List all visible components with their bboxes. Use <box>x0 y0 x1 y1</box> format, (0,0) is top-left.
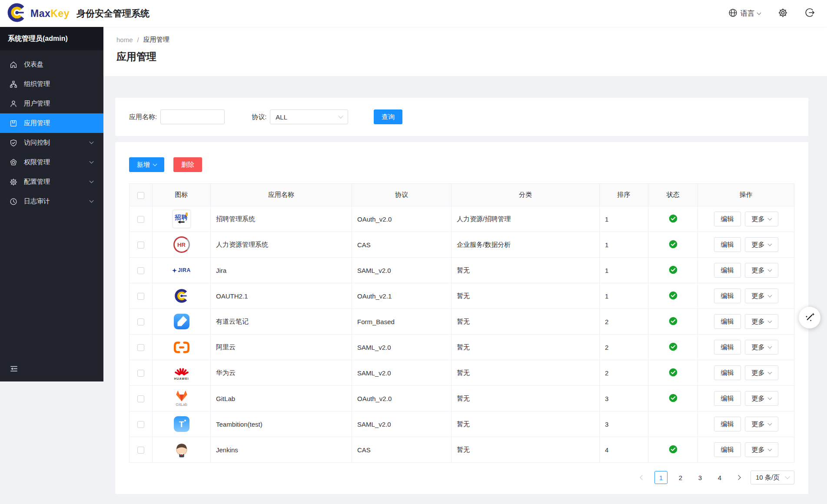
add-button[interactable]: 新增 <box>129 157 164 172</box>
protocol-select[interactable]: ALL <box>270 109 348 124</box>
row-checkbox[interactable] <box>137 447 144 454</box>
edit-button[interactable]: 编辑 <box>714 263 741 278</box>
app-name-cell: 华为云 <box>211 360 352 386</box>
table-row: 招聘招聘管理系统OAuth_v2.0人力资源/招聘管理1编辑更多 <box>130 206 794 232</box>
col-actions: 操作 <box>698 184 794 206</box>
maxkey-logo-icon <box>7 3 27 24</box>
table-row: OAUTH2.1OAuth_v2.1暂无1编辑更多 <box>130 283 794 309</box>
edit-button[interactable]: 编辑 <box>714 417 741 431</box>
select-all-checkbox[interactable] <box>137 192 144 199</box>
edit-button[interactable]: 编辑 <box>714 288 741 303</box>
more-button[interactable]: 更多 <box>745 314 778 329</box>
main-panel: home / 应用管理 应用管理 应用名称: 协议: ALL <box>103 27 827 504</box>
row-checkbox[interactable] <box>137 318 144 325</box>
sidebar-collapse-button[interactable] <box>0 358 103 381</box>
sidebar-item-access-control[interactable]: 访问控制 <box>0 133 103 153</box>
row-checkbox[interactable] <box>137 267 144 274</box>
chevron-down-icon <box>90 159 94 164</box>
app-name-input[interactable] <box>160 109 225 124</box>
edit-button[interactable]: 编辑 <box>714 442 741 457</box>
theme-wand-button[interactable] <box>799 307 820 328</box>
category-cell: 暂无 <box>452 335 600 360</box>
table-row: JIRAJiraSAML_v2.0暂无1编辑更多 <box>130 258 794 283</box>
row-checkbox[interactable] <box>137 293 144 300</box>
edit-button[interactable]: 编辑 <box>714 391 741 406</box>
edit-button[interactable]: 编辑 <box>714 314 741 329</box>
row-checkbox[interactable] <box>137 216 144 223</box>
row-checkbox[interactable] <box>137 370 144 377</box>
more-button[interactable]: 更多 <box>745 212 778 226</box>
category-cell: 暂无 <box>452 411 600 437</box>
status-cell <box>648 258 698 283</box>
sidebar-item-organizations[interactable]: 组织管理 <box>0 74 103 94</box>
protocol-select-value: ALL <box>276 113 287 121</box>
pagination-page-3[interactable]: 3 <box>694 471 707 484</box>
category-cell: 暂无 <box>452 360 600 386</box>
org-icon <box>10 80 17 88</box>
search-button[interactable]: 查询 <box>374 109 402 124</box>
sidebar-item-config[interactable]: 配置管理 <box>0 172 103 192</box>
sidebar-item-dashboard[interactable]: 仪表盘 <box>0 55 103 74</box>
logout-button[interactable] <box>805 8 815 19</box>
chevron-down-icon <box>767 267 772 272</box>
dashboard-icon <box>10 61 17 69</box>
pagination-page-2[interactable]: 2 <box>674 471 687 484</box>
status-cell <box>648 335 698 360</box>
sidebar-item-permissions[interactable]: 权限管理 <box>0 153 103 172</box>
sort-cell: 1 <box>600 232 648 258</box>
more-button[interactable]: 更多 <box>745 237 778 252</box>
more-button[interactable]: 更多 <box>745 288 778 303</box>
pagination-page-4[interactable]: 4 <box>713 471 726 484</box>
col-status: 状态 <box>648 184 698 206</box>
sidebar-user: 系统管理员(admin) <box>0 27 103 50</box>
edit-button[interactable]: 编辑 <box>714 340 741 355</box>
col-app-name: 应用名称 <box>211 184 352 206</box>
topbar-actions: 语言 <box>728 8 815 20</box>
protocol-cell: OAuth_v2.0 <box>352 386 452 411</box>
more-button[interactable]: 更多 <box>745 263 778 278</box>
row-checkbox[interactable] <box>137 242 144 249</box>
more-button[interactable]: 更多 <box>745 391 778 406</box>
sidebar-item-apps[interactable]: 应用管理 <box>0 113 103 133</box>
more-button[interactable]: 更多 <box>745 417 778 431</box>
table-row: 阿里云SAML_v2.0暂无2编辑更多 <box>130 335 794 360</box>
row-checkbox[interactable] <box>137 395 144 402</box>
pagination-page-1[interactable]: 1 <box>654 471 668 484</box>
chevron-down-icon <box>767 216 772 220</box>
row-checkbox[interactable] <box>137 344 144 351</box>
edit-button[interactable]: 编辑 <box>714 237 741 252</box>
table-row: JenkinsCAS暂无4编辑更多 <box>130 437 794 463</box>
more-button[interactable]: 更多 <box>745 442 778 457</box>
category-cell: 暂无 <box>452 386 600 411</box>
shield-icon <box>10 139 17 147</box>
sidebar-item-users[interactable]: 用户管理 <box>0 94 103 113</box>
app-name-cell: GitLab <box>211 386 352 411</box>
breadcrumb-home[interactable]: home <box>116 36 133 43</box>
row-checkbox[interactable] <box>137 421 144 428</box>
status-enabled-icon <box>669 345 678 352</box>
pagination-next-button[interactable] <box>733 472 744 483</box>
main-layout: 系统管理员(admin) 仪表盘组织管理用户管理应用管理访问控制权限管理配置管理… <box>0 27 827 504</box>
app-name-cell: 有道云笔记 <box>211 309 352 335</box>
page-size-select[interactable]: 10 条/页 <box>751 471 794 484</box>
huawei-app-icon: HUAWEI <box>153 365 210 380</box>
language-label: 语言 <box>741 9 754 18</box>
status-enabled-icon <box>669 217 678 224</box>
status-enabled-icon <box>669 448 678 455</box>
status-enabled-icon <box>669 371 678 378</box>
more-button[interactable]: 更多 <box>745 365 778 380</box>
settings-button[interactable] <box>778 8 788 20</box>
sidebar-menu: 仪表盘组织管理用户管理应用管理访问控制权限管理配置管理日志审计 <box>0 50 103 358</box>
edit-button[interactable]: 编辑 <box>714 365 741 380</box>
edit-button[interactable]: 编辑 <box>714 212 741 226</box>
sidebar-item-audit[interactable]: 日志审计 <box>0 192 103 211</box>
status-cell <box>648 283 698 309</box>
sidebar-item-label: 权限管理 <box>24 158 50 166</box>
app-name-cell: Jenkins <box>211 437 352 463</box>
delete-button[interactable]: 删除 <box>173 157 202 172</box>
pagination-prev-button[interactable] <box>637 472 648 483</box>
table-row: 有道云笔记Form_Based暂无2编辑更多 <box>130 309 794 335</box>
protocol-cell: SAML_v2.0 <box>352 360 452 386</box>
more-button[interactable]: 更多 <box>745 340 778 355</box>
language-menu[interactable]: 语言 <box>728 8 761 19</box>
